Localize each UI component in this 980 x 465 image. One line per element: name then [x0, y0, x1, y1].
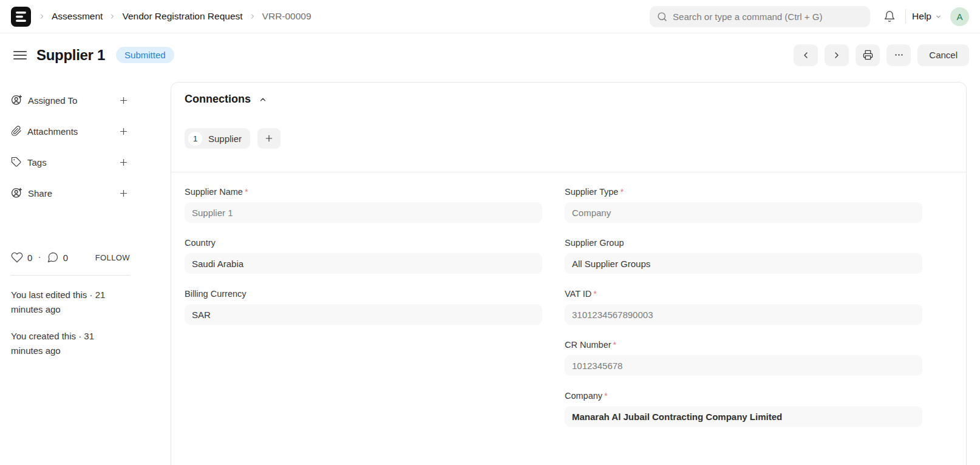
add-attachments-button[interactable] [117, 125, 130, 138]
field-company: Company*Manarah Al Jubail Contracting Co… [565, 391, 922, 427]
help-menu[interactable]: Help [912, 11, 942, 22]
field-input-company[interactable]: Manarah Al Jubail Contracting Company Li… [565, 406, 922, 427]
avatar-initial: A [956, 12, 962, 22]
form-fields-section: Supplier Name*Supplier 1CountrySaudi Ara… [171, 172, 966, 465]
field-label-billing-currency: Billing Currency [185, 289, 542, 299]
required-asterisk: * [613, 340, 617, 350]
add-share-button[interactable] [117, 187, 130, 200]
sidebar-item-label: Tags [27, 157, 47, 168]
field-billing-currency: Billing CurrencySAR [185, 289, 542, 325]
field-input-supplier-group[interactable]: All Supplier Groups [565, 253, 922, 274]
field-supplier-type: Supplier Type*Company [565, 187, 922, 223]
field-input-vat-id[interactable]: 3101234567890003 [565, 304, 922, 325]
status-badge: Submitted [116, 47, 174, 63]
heart-icon[interactable] [11, 251, 23, 263]
field-input-country[interactable]: Saudi Arabia [185, 253, 542, 274]
connection-chip-supplier[interactable]: 1Supplier [185, 128, 250, 149]
field-supplier-group: Supplier GroupAll Supplier Groups [565, 238, 922, 274]
field-label-supplier-name: Supplier Name* [185, 187, 542, 197]
required-asterisk: * [245, 187, 248, 197]
field-supplier-name: Supplier Name*Supplier 1 [185, 187, 542, 223]
add-connection-button[interactable] [257, 128, 281, 149]
field-country: CountrySaudi Arabia [185, 238, 542, 274]
sidebar-item-label: Assigned To [28, 95, 77, 106]
comment-icon[interactable] [47, 251, 59, 263]
content-area: Assigned ToAttachmentsTagsShare 0 · 0 FO… [0, 72, 980, 465]
sidebar-item-tags: Tags [11, 155, 130, 169]
field-label-company: Company* [565, 391, 922, 401]
breadcrumb-chevron-icon [249, 13, 256, 20]
add-tags-button[interactable] [117, 156, 130, 169]
connections-title: Connections [185, 93, 251, 106]
global-search-input[interactable]: Search or type a command (Ctrl + G) [650, 6, 870, 27]
likes-row: 0 · 0 FOLLOW [11, 251, 130, 264]
sidebar-divider [11, 275, 130, 276]
paperclip-icon [11, 126, 22, 137]
main-form-area: Connections 1Supplier Supplier Name*Supp… [171, 82, 967, 465]
sidebar-item-attachments: Attachments [11, 124, 130, 138]
page-title: Supplier 1 [36, 47, 105, 64]
breadcrumb: AssessmentVendor Registration RequestVRR… [38, 11, 311, 22]
form-card: Connections 1Supplier Supplier Name*Supp… [171, 82, 967, 465]
previous-document-button[interactable] [794, 44, 818, 66]
print-button[interactable] [856, 44, 880, 66]
field-input-billing-currency[interactable]: SAR [185, 304, 542, 325]
connections-section: Connections 1Supplier [171, 83, 966, 172]
next-document-button[interactable] [825, 44, 849, 66]
search-icon [657, 12, 667, 22]
document-sidebar: Assigned ToAttachmentsTagsShare 0 · 0 FO… [0, 72, 146, 358]
required-asterisk: * [620, 187, 624, 197]
sidebar-item-share: Share [11, 186, 130, 200]
chevron-down-icon [935, 13, 942, 20]
created-text[interactable]: You created this · 31 minutes ago [11, 329, 120, 358]
navbar-divider [905, 9, 906, 24]
sidebar-toggle-icon[interactable] [11, 47, 29, 63]
breadcrumb-item[interactable]: Vendor Registration Request [122, 11, 242, 22]
field-label-country: Country [185, 238, 542, 248]
breadcrumb-chevron-icon [109, 13, 116, 20]
follow-button[interactable]: FOLLOW [95, 253, 130, 262]
sidebar-item-label: Share [28, 188, 52, 199]
add-assigned-to-button[interactable] [117, 94, 130, 107]
notifications-bell-icon[interactable] [880, 7, 899, 26]
help-label: Help [912, 11, 931, 22]
search-placeholder: Search or type a command (Ctrl + G) [673, 12, 822, 22]
breadcrumb-chevron-icon [38, 13, 46, 20]
cancel-button[interactable]: Cancel [917, 44, 969, 66]
field-vat-id: VAT ID*3101234567890003 [565, 289, 922, 325]
page-head: Supplier 1 Submitted Cancel [0, 33, 980, 66]
user-avatar[interactable]: A [950, 7, 969, 26]
app-logo-icon[interactable] [11, 7, 31, 27]
field-label-supplier-group: Supplier Group [565, 238, 922, 248]
last-edited-text[interactable]: You last edited this · 21 minutes ago [11, 288, 120, 317]
field-label-supplier-type: Supplier Type* [565, 187, 922, 197]
head-actions: Cancel [794, 44, 969, 66]
connection-count: 1 [188, 132, 202, 146]
connection-label: Supplier [208, 134, 242, 144]
dot-separator: · [38, 252, 41, 263]
required-asterisk: * [604, 391, 608, 401]
required-asterisk: * [593, 289, 597, 299]
user-plus-icon [11, 95, 22, 106]
tag-icon [11, 157, 22, 168]
sidebar-item-label: Attachments [27, 126, 78, 137]
user-plus-icon [11, 188, 22, 199]
field-cr-number: CR Number*1012345678 [565, 340, 922, 376]
top-navbar: AssessmentVendor Registration RequestVRR… [0, 0, 980, 33]
comments-count: 0 [63, 253, 68, 263]
breadcrumb-item[interactable]: Assessment [52, 11, 103, 22]
field-label-vat-id: VAT ID* [565, 289, 922, 299]
chevron-up-icon[interactable] [257, 94, 268, 105]
more-menu-button[interactable] [886, 44, 911, 66]
sidebar-item-assigned-to: Assigned To [11, 93, 130, 107]
field-input-cr-number[interactable]: 1012345678 [565, 355, 922, 376]
field-input-supplier-type[interactable]: Company [565, 202, 922, 223]
field-label-cr-number: CR Number* [565, 340, 922, 350]
breadcrumb-item[interactable]: VRR-00009 [262, 11, 311, 22]
field-input-supplier-name[interactable]: Supplier 1 [185, 202, 542, 223]
likes-count: 0 [27, 253, 32, 263]
